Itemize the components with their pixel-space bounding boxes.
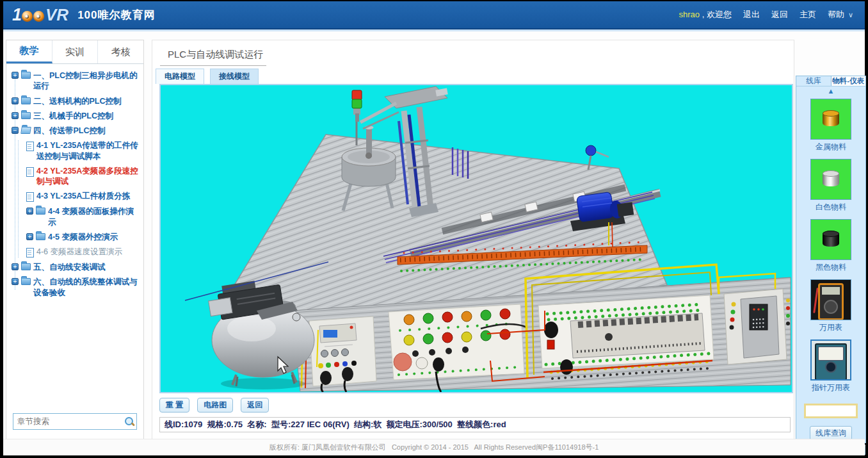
logo-o-ball-icon	[33, 11, 44, 22]
scroll-up-icon[interactable]: ▲	[796, 86, 865, 96]
chevron-down-icon: ∨	[848, 11, 853, 19]
material-panel: 线库 物料-仪表 ▲ 金属物料 白色物料 黑色物料 万用表 指针万用表	[796, 76, 866, 443]
tree-item-chapter3[interactable]: 三、机械手的PLC控制	[12, 111, 140, 121]
multimeter-thumbnail[interactable]	[810, 279, 851, 320]
folder-icon	[21, 278, 31, 285]
tab-teaching[interactable]: 教学	[6, 40, 52, 63]
document-icon	[26, 167, 34, 177]
wire-status-bar: 线ID:1079 规格:0.75 名称: 型号:227 IEC 06(RV) 结…	[159, 417, 791, 432]
title-underline	[160, 65, 266, 66]
wire-query-input[interactable]	[804, 404, 858, 418]
username: shrao	[679, 10, 700, 19]
collapse-icon[interactable]	[12, 127, 19, 134]
material-panel-tabs: 线库 物料-仪表	[796, 76, 865, 86]
tree-item-4-1[interactable]: 4-1 YL-235A传送带的工件传送控制与调试脚本	[26, 140, 140, 161]
sidebar-tabs: 教学 实训 考核	[6, 40, 143, 64]
folder-icon	[36, 233, 45, 240]
return-button[interactable]: 返回	[241, 398, 269, 413]
tree-item-chapter5[interactable]: 五、自动线安装调试	[12, 262, 140, 272]
page-title: PLC与自动线调试运行	[168, 49, 794, 61]
tree-item-4-6[interactable]: 4-6 变频器速度设置演示	[26, 247, 140, 258]
instrument-panel	[309, 316, 376, 392]
expand-icon[interactable]	[26, 208, 33, 215]
tree-item-chapter2[interactable]: 二、送料机构的PLC控制	[12, 96, 140, 106]
main-panel: PLC与自动线调试运行 电路模型 接线模型	[152, 40, 794, 439]
document-icon	[26, 248, 34, 258]
tree-item-chapter4[interactable]: 四、传送带PLC控制	[12, 126, 140, 136]
tree-item-4-4[interactable]: 4-4 变频器的面板操作演示	[26, 206, 140, 227]
tab-circuit-model[interactable]: 电路模型	[156, 69, 204, 84]
page: 1VR 100唯尔教育网 shrao , 欢迎您 退出 返回 主页 帮助 ∨ 教…	[3, 1, 865, 455]
user-greeting: shrao , 欢迎您	[679, 9, 732, 20]
instrument-label: 指针万用表	[796, 382, 865, 393]
tab-materials-instruments[interactable]: 物料-仪表	[831, 76, 866, 86]
material-metal-thumbnail[interactable]	[810, 99, 851, 140]
material-black-thumbnail[interactable]	[810, 219, 851, 260]
model-tabs: 电路模型 接线模型	[156, 69, 794, 84]
logo-text-vr: VR	[45, 5, 68, 25]
course-sidebar: 教学 实训 考核 一、PLC控制三相异步电机的运行 二、送料机构的PLC控制 三…	[6, 40, 144, 439]
list-item: 万用表	[796, 279, 865, 337]
tree-item-chapter1[interactable]: 一、PLC控制三相异步电机的运行	[12, 70, 140, 92]
analog-multimeter-thumbnail[interactable]	[810, 339, 851, 380]
expand-icon[interactable]	[12, 112, 19, 119]
list-item: 黑色物料	[796, 219, 865, 277]
site-logo[interactable]: 1VR	[12, 5, 68, 25]
tree-item-4-3[interactable]: 4-3 YL-235A工件材质分拣	[26, 191, 140, 202]
welcome-text: , 欢迎您	[700, 10, 732, 19]
course-tree: 一、PLC控制三相异步电机的运行 二、送料机构的PLC控制 三、机械手的PLC控…	[6, 64, 143, 306]
material-label: 白色物料	[796, 202, 865, 213]
expand-icon[interactable]	[12, 72, 19, 79]
document-icon	[26, 142, 34, 151]
top-navbar: 1VR 100唯尔教育网 shrao , 欢迎您 退出 返回 主页 帮助 ∨	[3, 1, 865, 29]
tab-training[interactable]: 实训	[52, 40, 99, 63]
material-white-thumbnail[interactable]	[810, 159, 851, 200]
logo-o-ball-icon	[22, 11, 33, 22]
tree-item-chapter6[interactable]: 六、自动线的系统整体调试与设备验收	[12, 277, 140, 298]
analog-multimeter-icon	[815, 343, 847, 380]
search-input[interactable]	[13, 417, 124, 426]
circuit-diagram-button[interactable]: 电路图	[197, 398, 233, 413]
folder-icon	[21, 97, 31, 104]
chapter-search-box	[13, 413, 137, 430]
material-label: 金属物料	[796, 142, 865, 152]
folder-icon	[21, 263, 31, 270]
viewport-3d-scene	[161, 85, 792, 392]
tab-wire-library[interactable]: 线库	[796, 76, 831, 86]
folder-icon	[21, 112, 31, 119]
viewport-toolbar: 重 置 电路图 返回	[159, 398, 794, 413]
document-icon	[26, 192, 34, 202]
folder-icon	[36, 208, 45, 215]
expand-icon[interactable]	[26, 233, 33, 240]
navbar-divider	[3, 29, 865, 31]
chapter4-children: 4-1 YL-235A传送带的工件传送控制与调试脚本 4-2 YL-235A变频…	[18, 140, 140, 258]
list-item: 金属物料	[796, 99, 865, 156]
expand-icon[interactable]	[12, 97, 19, 104]
material-label: 黑色物料	[796, 262, 865, 273]
home-link[interactable]: 主页	[800, 9, 816, 20]
viewport-3d[interactable]	[159, 84, 793, 393]
white-cylinder-icon	[823, 174, 839, 186]
metal-cylinder-icon	[823, 113, 839, 126]
reset-button[interactable]: 重 置	[159, 398, 189, 413]
navbar-right: shrao , 欢迎您 退出 返回 主页 帮助 ∨	[679, 9, 853, 20]
tree-item-4-5[interactable]: 4-5 变频器外控演示	[26, 232, 140, 242]
tab-assessment[interactable]: 考核	[98, 40, 143, 63]
logout-link[interactable]: 退出	[743, 9, 760, 20]
tree-item-4-2-selected[interactable]: 4-2 YL-235A变频器多段速控制与调试	[26, 166, 140, 187]
black-cylinder-icon	[823, 234, 839, 247]
list-item: 指针万用表	[796, 339, 865, 397]
instrument-label: 万用表	[796, 322, 865, 333]
help-link[interactable]: 帮助	[828, 9, 844, 20]
copyright-footer: 版权所有: 厦门凤凰创壹软件有限公司 Copyright © 2014 - 20…	[3, 439, 865, 455]
search-icon[interactable]	[124, 416, 133, 427]
back-link[interactable]: 返回	[771, 9, 788, 20]
inverter-panel	[724, 289, 790, 364]
expand-icon[interactable]	[12, 263, 19, 270]
expand-icon[interactable]	[12, 278, 19, 285]
list-item: 白色物料	[796, 159, 865, 217]
multimeter-icon	[818, 283, 844, 320]
logo-text-1: 1	[12, 5, 21, 25]
tab-wiring-model[interactable]: 接线模型	[210, 69, 259, 84]
folder-icon	[21, 72, 31, 79]
